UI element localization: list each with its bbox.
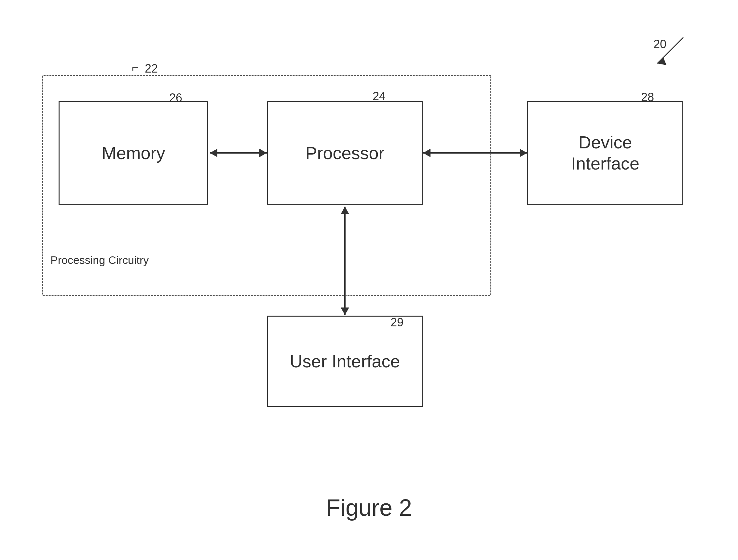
processor-box: Processor xyxy=(267,101,423,205)
svg-text:⌐: ⌐ xyxy=(132,61,138,74)
user-interface-box: User Interface xyxy=(267,316,423,407)
ref-label-29: 29 xyxy=(390,316,403,329)
memory-label: Memory xyxy=(101,143,165,163)
figure-caption: Figure 2 xyxy=(326,494,412,521)
device-interface-box: Device Interface xyxy=(527,101,683,205)
processing-circuitry-label: Processing Circuitry xyxy=(50,254,149,266)
device-interface-label: Device Interface xyxy=(571,132,639,174)
svg-marker-1 xyxy=(657,57,666,65)
ref-label-20: 20 xyxy=(653,37,666,51)
diagram-container: ⌐ 20 22 Processing Circuitry Memory xyxy=(0,0,738,560)
ref-label-22: 22 xyxy=(145,62,158,75)
memory-box: Memory xyxy=(59,101,208,205)
user-interface-label: User Interface xyxy=(290,351,400,371)
processor-label: Processor xyxy=(305,143,384,163)
svg-marker-11 xyxy=(341,308,349,315)
svg-marker-8 xyxy=(520,149,527,157)
ref-label-24: 24 xyxy=(373,89,386,103)
ref-label-28: 28 xyxy=(641,90,654,104)
ref-label-26: 26 xyxy=(169,91,182,105)
